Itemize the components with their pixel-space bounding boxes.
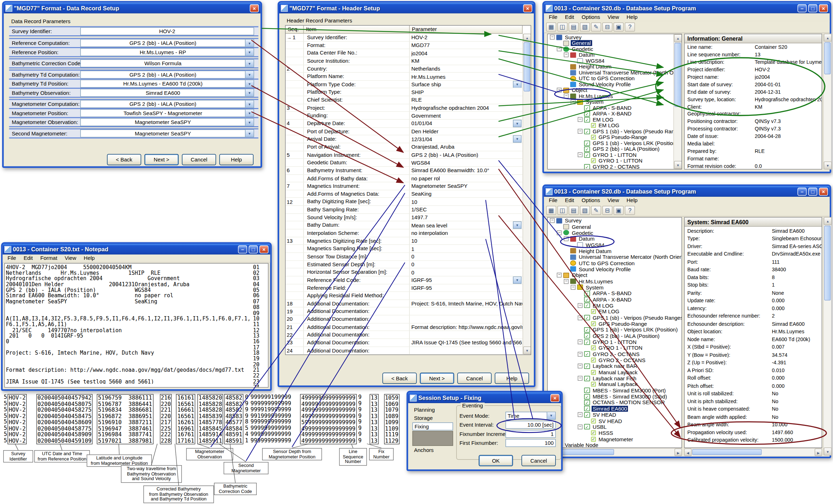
tree-item[interactable]: General <box>548 224 681 230</box>
field-combobox[interactable]: Wilson Formula▼ <box>80 60 254 68</box>
tree-item[interactable]: −✓EM LOG <box>548 303 681 309</box>
scroll-down-icon[interactable]: ▼ <box>824 448 832 456</box>
dropdown-arrow-icon[interactable]: ▼ <box>513 135 522 143</box>
tree-horizontal-scrollbar[interactable]: ◀ ▶ <box>547 448 682 456</box>
tree-expander-icon[interactable]: − <box>578 340 583 345</box>
tree-item[interactable]: UTC to GPS Correction <box>548 260 681 266</box>
back-button[interactable]: < Back <box>383 373 417 384</box>
tree-item[interactable]: Sound Velocity Profile <box>548 81 681 87</box>
tree-expander-icon[interactable]: − <box>564 52 569 57</box>
dropdown-arrow-icon[interactable]: ▼ <box>245 119 254 126</box>
menu-format[interactable]: Format <box>37 254 61 262</box>
vertical-scrollbar[interactable]: ▲ ▼ <box>523 34 531 355</box>
scroll-down-icon[interactable]: ▼ <box>674 161 682 169</box>
tree-item[interactable]: Universal Transverse Mercator (North Ori… <box>548 70 681 76</box>
toolbar-help-icon[interactable]: ? <box>625 206 635 215</box>
tree-item[interactable]: ✓GPS 2 (bb) - IALA (Position) <box>548 146 681 152</box>
param-cell[interactable]: Mean sea level▼ <box>410 222 523 230</box>
tree-item[interactable]: −Survey <box>548 218 681 224</box>
param-cell[interactable]: Magnetometer SeaSPY <box>410 182 523 190</box>
tree-item[interactable]: −✓Layback naar Fish <box>548 375 681 381</box>
param-cell[interactable]: Den Helder <box>410 128 523 135</box>
field-input[interactable]: HOV-2 <box>80 27 254 36</box>
tree-item[interactable]: ✓GPS 1 (sb) - Veripos LRK (Position) <box>548 327 681 333</box>
tree-expander-icon[interactable]: − <box>571 99 576 104</box>
tree-item[interactable]: −✓Layback naar BAR <box>548 363 681 369</box>
tree-expander-icon[interactable]: − <box>578 364 583 369</box>
menu-file[interactable]: File <box>545 197 561 204</box>
param-cell[interactable]: IGRF-95 <box>410 284 523 292</box>
dropdown-arrow-icon[interactable]: ▼ <box>245 89 254 97</box>
scroll-up-icon[interactable]: ▲ <box>523 34 531 42</box>
param-cell[interactable]: HOV-2 <box>410 34 523 42</box>
pane-vertical-scrollbar[interactable]: ▲ ▼ <box>823 217 832 456</box>
tree-item[interactable]: Variable Node <box>548 442 681 448</box>
tree-item[interactable]: −Geodetic <box>548 46 681 52</box>
param-cell[interactable]: SHIP <box>410 88 523 96</box>
field-combobox[interactable]: Hr.Ms.Luymes - RP▼ <box>80 48 254 56</box>
field-combobox[interactable]: GPS 2 (bb) - IALA (Position)▼ <box>80 100 254 108</box>
nav-item-planning[interactable]: Planning <box>413 406 453 415</box>
dropdown-arrow-icon[interactable]: ▼ <box>245 110 254 117</box>
tree-expander-icon[interactable]: − <box>578 303 583 308</box>
scroll-down-icon[interactable]: ▼ <box>523 346 531 355</box>
param-cell[interactable]: IGRF-95▼ <box>410 276 523 284</box>
tree-expander-icon[interactable]: − <box>550 218 555 223</box>
menu-view[interactable]: View <box>61 254 80 262</box>
tree-item[interactable]: WGS84 <box>548 242 681 248</box>
scroll-down-icon[interactable]: ▼ <box>824 161 832 170</box>
dropdown-arrow-icon[interactable]: ▼ <box>513 222 522 229</box>
scroll-right-icon[interactable]: ▶ <box>675 449 682 456</box>
tree-item[interactable]: ✓HSSS <box>548 430 681 436</box>
tree-expander-icon[interactable]: − <box>564 94 569 99</box>
tree-expander-icon[interactable]: − <box>564 279 569 284</box>
tree-item[interactable]: ✓ARPA - X-BAND <box>548 111 681 117</box>
scrollbar-thumb[interactable] <box>555 449 614 455</box>
tree-item[interactable]: ✓ARPA - S-BAND <box>548 105 681 111</box>
field-input[interactable]: 1 <box>506 430 556 438</box>
menu-edit[interactable]: Edit <box>561 14 578 21</box>
column-item[interactable]: Item <box>304 26 410 34</box>
dropdown-arrow-icon[interactable]: ▼ <box>513 276 522 284</box>
column-seq[interactable]: Seq. <box>286 26 304 34</box>
tree-expander-icon[interactable]: − <box>578 352 583 357</box>
nav-item-anchors[interactable]: Anchors <box>413 447 453 455</box>
toolbar-wizard-icon[interactable]: ▧ <box>580 22 590 31</box>
param-cell[interactable]: RLE <box>410 96 523 104</box>
param-cell[interactable]: GPS 2 (bb) - IALA (Position) <box>410 151 523 159</box>
tree-expander-icon[interactable]: − <box>578 412 583 417</box>
param-cell[interactable]: KM <box>410 57 523 65</box>
tree-expander-icon[interactable]: − <box>578 315 583 320</box>
tree-expander-icon[interactable]: − <box>571 285 576 290</box>
scrollbar-thumb[interactable] <box>824 42 831 74</box>
scroll-up-icon[interactable]: ▲ <box>674 34 682 42</box>
tree-item[interactable]: −✓GPS 1 (sb) - Veripos (Pseudo Ranges) <box>548 128 681 134</box>
tree-expander-icon[interactable]: − <box>550 35 555 40</box>
toolbar-open-icon[interactable]: ◫ <box>557 22 568 31</box>
param-cell[interactable]: Project: S-616, Imtech Marine, HOV, Dutc… <box>410 300 523 308</box>
maximize-icon[interactable]: □ <box>249 245 258 253</box>
tree-expander-icon[interactable]: − <box>557 88 562 93</box>
tree-item[interactable]: Sound Velocity Profile <box>548 266 681 272</box>
dropdown-arrow-icon[interactable]: ▼ <box>547 412 555 419</box>
cancel-button[interactable]: Cancel <box>182 154 216 165</box>
tree-vertical-scrollbar[interactable]: ▲ ▼ <box>674 34 682 169</box>
tree-item[interactable]: ✓Simrad EA600 <box>548 406 681 412</box>
param-cell[interactable] <box>410 292 523 300</box>
param-cell[interactable]: MGD77 <box>410 41 523 49</box>
dropdown-arrow-icon[interactable]: ▼ <box>245 71 254 78</box>
field-input[interactable]: 10.00 [sec] <box>506 421 556 429</box>
menu-file[interactable]: File <box>4 254 20 262</box>
close-icon[interactable]: × <box>523 4 532 12</box>
toolbar-preview-icon[interactable]: ▣ <box>614 206 624 215</box>
menu-edit[interactable]: Edit <box>561 197 578 204</box>
toolbar-edit-icon[interactable]: ✎ <box>591 22 602 31</box>
tree-item[interactable]: ✓GYRO 2 - OCTANS <box>548 164 681 170</box>
param-cell[interactable]: 01/01/04▼ <box>410 120 523 128</box>
close-icon[interactable]: × <box>250 4 259 12</box>
toolbar-help-icon[interactable]: ? <box>625 22 635 31</box>
dropdown-arrow-icon[interactable]: ▼ <box>245 60 254 67</box>
tree-item[interactable]: ✓Manual Layback <box>548 381 681 387</box>
tree-item[interactable]: UTC to GPS Correction <box>548 76 681 82</box>
tree-item[interactable]: −Object <box>548 87 681 93</box>
